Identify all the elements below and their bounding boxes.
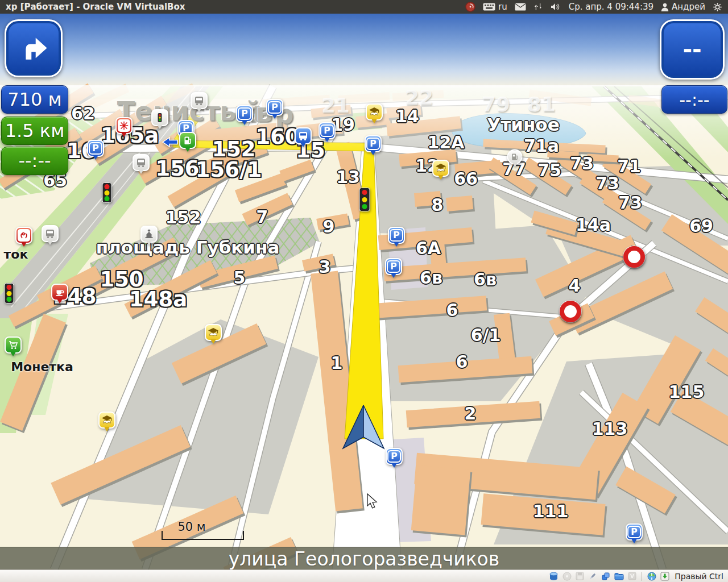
user-menu[interactable]: Андрей <box>661 2 705 12</box>
place-name-label: площадь Губкина <box>96 239 280 256</box>
building-number-label: 71а <box>524 138 559 155</box>
bus-stop-icon[interactable] <box>133 154 150 171</box>
map-canvas[interactable] <box>0 14 728 569</box>
school-icon[interactable] <box>432 160 449 177</box>
traffic-light-icon[interactable] <box>5 283 14 304</box>
speed-limit-sign[interactable]: -- <box>660 19 725 80</box>
building-number-label: 6в <box>474 271 497 288</box>
building-number-label: 148а <box>129 289 187 310</box>
parking-icon[interactable]: P <box>386 448 403 465</box>
network-activity-icon[interactable] <box>533 2 543 11</box>
route-remaining-value: 1.5 км <box>5 120 65 142</box>
building-number-label: 6 <box>456 354 468 371</box>
parking-icon[interactable]: P <box>626 523 643 541</box>
floppy-icon[interactable] <box>576 572 584 580</box>
supermarket-icon[interactable] <box>5 336 22 354</box>
next-maneuver-sign[interactable] <box>5 19 63 77</box>
parking-icon[interactable]: P <box>266 99 283 116</box>
host-key-label: Правый Ctrl <box>675 572 723 581</box>
window-titlebar[interactable]: xp [Работает] - Oracle VM VirtualBox ru … <box>0 0 728 14</box>
network-icon[interactable] <box>601 572 610 581</box>
school-icon[interactable] <box>98 411 115 429</box>
building-number-label: 4 <box>569 277 581 294</box>
building-number-label: 6/1 <box>471 327 501 344</box>
bus-stop-icon[interactable] <box>191 92 208 109</box>
mail-icon[interactable] <box>515 3 526 11</box>
place-name-label: 22 <box>405 88 433 108</box>
shared-folder-icon[interactable] <box>614 572 624 580</box>
building-number-label: 6А <box>416 240 441 257</box>
building-number-label: 152 <box>212 139 255 160</box>
vm-statusbar: V Правый Ctrl <box>0 569 728 582</box>
current-street-bar[interactable]: улица Геологоразведчиков <box>0 547 728 570</box>
mouse-integration-icon[interactable] <box>647 572 656 581</box>
cd-icon[interactable] <box>562 572 572 581</box>
virtualbox-clock-icon[interactable] <box>465 2 475 12</box>
statusbar-separator <box>642 572 642 581</box>
scale-label: 50 м <box>177 521 205 533</box>
building-number-label: 12А <box>428 134 465 151</box>
place-name-label: Монетка <box>11 361 73 373</box>
route-remaining-distance[interactable]: 1.5 км <box>1 117 68 145</box>
parking-icon[interactable]: P <box>318 122 336 139</box>
landmark-icon[interactable] <box>15 227 32 244</box>
keyboard-layout-icon[interactable]: ru <box>483 2 507 12</box>
place-name-label: 81 <box>527 94 556 115</box>
building-number-label: 71 <box>617 158 641 175</box>
traffic-light-pin-icon[interactable] <box>151 109 168 126</box>
speed-limit-value: -- <box>682 36 701 63</box>
display-icon[interactable]: V <box>628 572 636 580</box>
hdd-icon[interactable] <box>549 572 559 581</box>
building-number-label: 2 <box>465 405 477 422</box>
tray-clock[interactable]: Ср. апр. 4 09:44:39 <box>569 2 653 12</box>
cafe-icon[interactable] <box>51 284 68 301</box>
building-number-label: 14а <box>576 217 611 234</box>
parking-icon[interactable]: P <box>385 258 402 275</box>
current-street-name: улица Геологоразведчиков <box>229 548 499 570</box>
building-number-label: 152 <box>166 209 201 226</box>
parking-icon[interactable]: P <box>365 135 382 152</box>
map-viewport[interactable]: Тенистыйквр21227981Утиноеплощадь Губкина… <box>0 14 728 569</box>
building-number-label: 7 <box>257 209 268 226</box>
building-number-label: 73 <box>618 194 642 211</box>
building-number-label: 113 <box>592 421 628 438</box>
traffic-light-icon[interactable] <box>359 188 370 211</box>
fuel-station-inactive-icon[interactable] <box>507 149 523 165</box>
school-icon[interactable] <box>366 103 383 120</box>
fuel-station-icon[interactable] <box>179 132 196 149</box>
building-number-label: 73 <box>570 155 594 172</box>
keyboard-capture-icon[interactable] <box>660 572 669 581</box>
bus-station-icon[interactable] <box>295 127 312 144</box>
volume-icon[interactable] <box>550 2 561 11</box>
building-number-label: 156 <box>155 158 199 179</box>
time-box[interactable]: --:-- <box>661 85 727 114</box>
building-number-label: 9 <box>323 218 335 235</box>
traffic-light-icon[interactable] <box>102 182 112 203</box>
parking-icon[interactable]: P <box>388 227 405 244</box>
road-block-icon[interactable] <box>623 246 645 268</box>
building-number-label: 3 <box>319 259 331 276</box>
bus-stop-icon[interactable] <box>42 225 59 242</box>
school-icon[interactable] <box>205 324 222 341</box>
eta-box[interactable]: --:-- <box>1 147 68 175</box>
building-number-label: 13 <box>336 169 360 186</box>
distance-to-maneuver[interactable]: 710 м <box>1 85 68 114</box>
building-number-label: 66 <box>454 171 478 188</box>
building-number-label: 5 <box>234 269 246 286</box>
maneuver-arrow-icon[interactable] <box>162 136 179 150</box>
attraction-icon[interactable] <box>115 117 133 134</box>
building-number-label: 8 <box>432 197 444 214</box>
turn-right-arrow-icon <box>15 31 52 66</box>
church-icon[interactable] <box>140 226 158 243</box>
parking-icon[interactable]: P <box>87 140 104 157</box>
building-number-label: 6 <box>446 302 458 319</box>
usb-icon[interactable] <box>588 572 597 581</box>
system-tray: ru Ср. апр. 4 09:44:39 Андрей <box>465 2 722 12</box>
place-name-label: Утиное <box>487 116 559 134</box>
eta-value: --:-- <box>19 150 51 172</box>
gear-icon[interactable] <box>713 2 722 12</box>
place-name-label: 21 <box>321 95 350 116</box>
road-block-icon[interactable] <box>560 301 581 322</box>
building-number-label: 75 <box>537 162 561 179</box>
parking-icon[interactable]: P <box>236 105 253 122</box>
